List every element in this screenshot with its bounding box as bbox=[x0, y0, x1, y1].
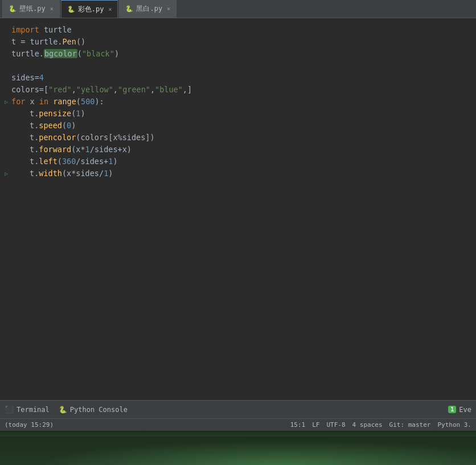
code-line: t.pencolor(colors[x%sides]) bbox=[5, 132, 476, 144]
tab-blackwhite[interactable]: 🐍 黑白.py × bbox=[119, 0, 177, 18]
status-position[interactable]: 15:1 bbox=[290, 421, 306, 429]
tab-wallpaper-close[interactable]: × bbox=[50, 6, 54, 12]
status-right: 15:1 LF UTF-8 4 spaces Git: master Pytho… bbox=[290, 421, 471, 429]
code-line: import turtle bbox=[5, 24, 476, 36]
tab-bar: 🐍 壁纸.py × 🐍 彩色.py × 🐍 黑白.py × bbox=[0, 0, 476, 18]
terminal-icon: ⬛ bbox=[5, 405, 14, 414]
status-line-ending[interactable]: LF bbox=[312, 421, 319, 429]
code-content: t.forward(x*1/sides+x) bbox=[30, 144, 132, 156]
status-python[interactable]: Python 3. bbox=[437, 421, 471, 429]
code-content: t.left(360/sides+1) bbox=[30, 156, 118, 168]
code-line: colors=["red","yellow","green","blue",] bbox=[5, 84, 476, 96]
code-content: t.pencolor(colors[x%sides]) bbox=[30, 132, 155, 144]
code-content: t.speed(0) bbox=[30, 120, 76, 132]
code-line bbox=[5, 60, 476, 72]
code-content: t.width(x*sides/1) bbox=[30, 168, 113, 180]
code-line: t.pensize(1) bbox=[5, 108, 476, 120]
status-vcs[interactable]: Git: master bbox=[389, 421, 431, 429]
eve-badge: 1 bbox=[448, 406, 456, 413]
code-content: colors=["red","yellow","green","blue",] bbox=[11, 84, 192, 96]
status-timestamp: (today 15:29) bbox=[5, 421, 54, 429]
status-encoding[interactable]: UTF-8 bbox=[326, 421, 345, 429]
python-console-icon: 🐍 bbox=[59, 406, 67, 414]
code-line: ▷t.width(x*sides/1) bbox=[5, 168, 476, 180]
code-line: t.forward(x*1/sides+x) bbox=[5, 144, 476, 156]
code-line: sides=4 bbox=[5, 72, 476, 84]
tab-blackwhite-label: 黑白.py bbox=[136, 4, 162, 14]
status-left: (today 15:29) bbox=[5, 421, 54, 429]
tab-colorful-label: 彩色.py bbox=[78, 5, 104, 14]
code-editor[interactable]: import turtlet = turtle.Pen()turtle.bgco… bbox=[0, 18, 476, 400]
py-file-icon: 🐍 bbox=[9, 5, 17, 13]
py-file-icon-green: 🐍 bbox=[67, 5, 75, 13]
code-line: t = turtle.Pen() bbox=[5, 36, 476, 48]
eve-label: Eve bbox=[459, 406, 471, 414]
terminal-tool[interactable]: ⬛ Terminal bbox=[5, 405, 50, 414]
status-bar: (today 15:29) 15:1 LF UTF-8 4 spaces Git… bbox=[0, 418, 476, 431]
code-line: turtle.bgcolor("black") bbox=[5, 48, 476, 60]
wallpaper-strip bbox=[0, 431, 476, 465]
tab-wallpaper[interactable]: 🐍 壁纸.py × bbox=[2, 0, 60, 18]
gutter-icon: ▷ bbox=[5, 169, 11, 178]
code-content: import turtle bbox=[11, 24, 72, 36]
code-content: t.pensize(1) bbox=[30, 108, 85, 120]
code-content: t = turtle.Pen() bbox=[11, 36, 85, 48]
code-content: for x in range(500): bbox=[11, 96, 104, 108]
gutter-icon: ▷ bbox=[5, 97, 11, 107]
tab-wallpaper-label: 壁纸.py bbox=[19, 4, 46, 14]
code-line: t.speed(0) bbox=[5, 120, 476, 132]
py-file-icon-bw: 🐍 bbox=[125, 5, 133, 13]
tab-blackwhite-close[interactable]: × bbox=[167, 6, 170, 12]
tab-colorful-close[interactable]: × bbox=[108, 6, 112, 13]
eve-tool[interactable]: 1 Eve bbox=[448, 406, 471, 414]
code-content: sides=4 bbox=[11, 72, 44, 84]
code-line: ▷for x in range(500): bbox=[5, 96, 476, 108]
code-line: t.left(360/sides+1) bbox=[5, 156, 476, 168]
code-content: turtle.bgcolor("black") bbox=[11, 48, 119, 60]
python-console-tool[interactable]: 🐍 Python Console bbox=[59, 406, 128, 414]
status-indent[interactable]: 4 spaces bbox=[352, 421, 383, 429]
bottom-toolbar: ⬛ Terminal 🐍 Python Console 1 Eve bbox=[0, 400, 476, 418]
terminal-label: Terminal bbox=[17, 406, 50, 414]
editor-area: import turtlet = turtle.Pen()turtle.bgco… bbox=[0, 18, 476, 400]
tab-colorful[interactable]: 🐍 彩色.py × bbox=[61, 0, 118, 18]
python-console-label: Python Console bbox=[70, 406, 128, 414]
